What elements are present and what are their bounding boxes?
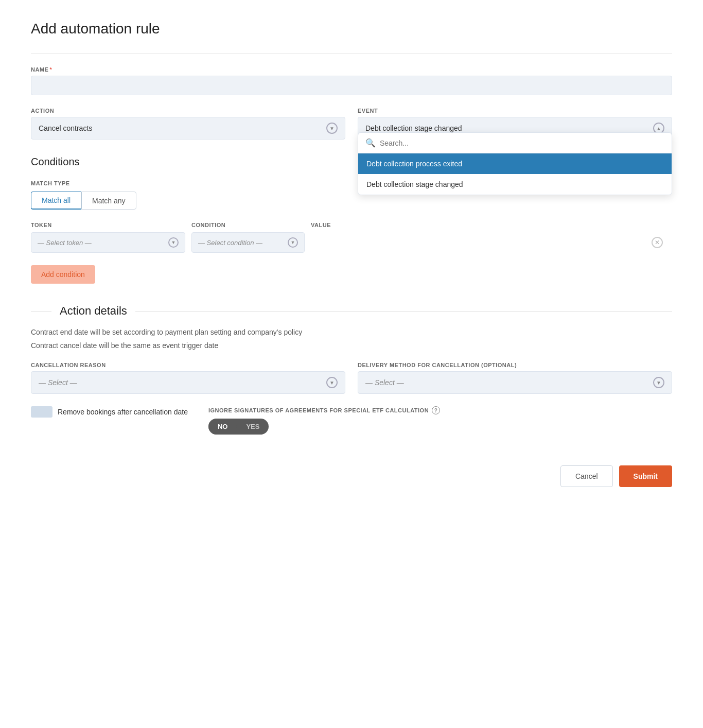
token-down-icon: ▼: [168, 237, 179, 248]
dropdown-item-1[interactable]: Debt collection stage changed: [358, 174, 672, 195]
info-text-2: Contract cancel date will be the same as…: [31, 341, 672, 350]
footer-buttons: Cancel Submit: [31, 465, 672, 487]
action-select[interactable]: Cancel contracts ▼: [31, 117, 345, 140]
toggle-yes-button[interactable]: YES: [237, 419, 269, 435]
remove-bookings-label: Remove bookings after cancellation date: [58, 408, 188, 416]
page-container: Add automation rule NAME* ACTION Cancel …: [0, 0, 703, 528]
info-text-1: Contract end date will be set according …: [31, 328, 672, 336]
name-input[interactable]: [31, 76, 672, 95]
action-two-col: CANCELLATION REASON — Select — ▼ DELIVER…: [31, 362, 672, 394]
cancel-button[interactable]: Cancel: [560, 465, 613, 487]
action-details-section: Action details Contract end date will be…: [31, 304, 672, 435]
delivery-method-down-icon: ▼: [653, 377, 664, 388]
toggle-no-button[interactable]: NO: [208, 419, 237, 435]
search-icon: 🔍: [365, 138, 376, 148]
cancellation-reason-group: CANCELLATION REASON — Select — ▼: [31, 362, 345, 394]
delivery-method-label: DELIVERY METHOD FOR CANCELLATION (OPTION…: [358, 362, 672, 368]
delivery-method-select[interactable]: — Select — ▼: [358, 371, 672, 394]
match-all-button[interactable]: Match all: [31, 192, 81, 210]
event-label: EVENT: [358, 108, 672, 114]
event-dropdown: 🔍 Debt collection process exited Debt co…: [358, 132, 672, 195]
add-condition-button[interactable]: Add condition: [31, 265, 95, 284]
dropdown-search-input[interactable]: [380, 139, 664, 147]
name-field-group: NAME*: [31, 66, 672, 108]
dropdown-item-0[interactable]: Debt collection process exited: [358, 153, 672, 174]
cancellation-reason-down-icon: ▼: [326, 377, 338, 388]
cancellation-reason-label: CANCELLATION REASON: [31, 362, 345, 368]
token-header: TOKEN: [31, 222, 185, 228]
delivery-method-group: DELIVERY METHOD FOR CANCELLATION (OPTION…: [358, 362, 672, 394]
token-placeholder: — Select token —: [38, 239, 92, 247]
remove-bookings-checkbox[interactable]: [31, 406, 52, 418]
etf-help-icon[interactable]: ?: [432, 406, 440, 414]
action-value: Cancel contracts: [39, 124, 92, 132]
condition-header: CONDITION: [191, 222, 305, 228]
match-any-button[interactable]: Match any: [81, 192, 136, 210]
page-title: Add automation rule: [31, 21, 672, 37]
no-yes-toggle: NO YES: [208, 419, 269, 435]
remove-condition-button[interactable]: ✕: [652, 237, 663, 248]
name-label: NAME*: [31, 66, 672, 73]
event-value: Debt collection stage changed: [365, 124, 462, 132]
value-header: VALUE: [311, 222, 645, 228]
action-field-group: ACTION Cancel contracts ▼: [31, 108, 345, 140]
delivery-method-placeholder: — Select —: [365, 378, 404, 387]
action-event-row: ACTION Cancel contracts ▼ EVENT Debt col…: [31, 108, 672, 140]
condition-placeholder: — Select condition —: [198, 239, 262, 247]
etf-label: IGNORE SIGNATURES OF AGREEMENTS FOR SPEC…: [208, 406, 440, 414]
cancellation-reason-select[interactable]: — Select — ▼: [31, 371, 345, 394]
condition-select[interactable]: — Select condition — ▼: [191, 232, 305, 253]
cancellation-reason-placeholder: — Select —: [39, 378, 77, 387]
action-details-title: Action details: [60, 304, 127, 318]
action-label: ACTION: [31, 108, 345, 114]
dropdown-search-row: 🔍: [358, 133, 672, 153]
condition-down-icon: ▼: [288, 237, 298, 248]
action-down-icon: ▼: [326, 123, 338, 134]
remove-bookings-toggle: Remove bookings after cancellation date: [31, 406, 188, 418]
token-select[interactable]: — Select token — ▼: [31, 232, 185, 253]
condition-row: — Select token — ▼ — Select condition — …: [31, 232, 672, 253]
toggle-section: Remove bookings after cancellation date …: [31, 406, 672, 435]
etf-toggle-group: IGNORE SIGNATURES OF AGREEMENTS FOR SPEC…: [208, 406, 440, 435]
submit-button[interactable]: Submit: [619, 465, 672, 487]
condition-headers: TOKEN CONDITION VALUE: [31, 222, 672, 228]
action-details-header: Action details: [31, 304, 672, 318]
section-divider: [31, 54, 672, 54]
event-field-group: EVENT Debt collection stage changed ▲ 🔍 …: [358, 108, 672, 140]
